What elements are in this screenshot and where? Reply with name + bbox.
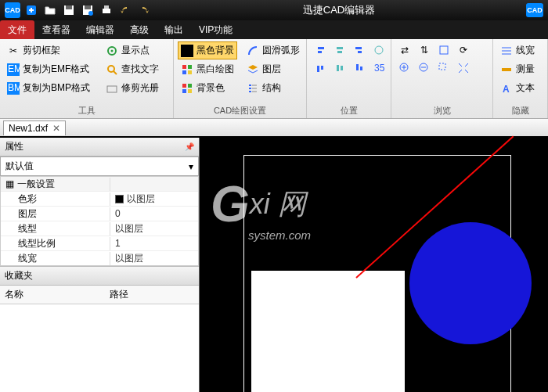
undo-icon[interactable] <box>117 2 133 18</box>
new-icon[interactable] <box>23 2 39 18</box>
align-center-h-button[interactable] <box>331 42 348 58</box>
layers-icon <box>247 63 259 76</box>
svg-rect-7 <box>104 5 109 9</box>
measure-button[interactable]: 测量 <box>498 61 543 77</box>
distribute-h-button[interactable] <box>370 42 388 58</box>
document-name: New1.dxf <box>9 123 48 134</box>
trim-button[interactable]: 修剪光册 <box>103 80 161 96</box>
document-tab[interactable]: New1.dxf ✕ <box>3 120 66 135</box>
pan-left-button[interactable]: ⇄ <box>396 42 413 58</box>
svg-point-14 <box>108 66 114 72</box>
bmp-icon: BMP <box>7 82 20 95</box>
circle-shape <box>409 222 532 344</box>
zoom-fit-button[interactable] <box>435 42 452 58</box>
zoom-out-button[interactable] <box>416 60 433 76</box>
search-icon <box>106 63 118 76</box>
align-right-icon <box>353 44 366 56</box>
bw-draw-button[interactable]: 黑白绘图 <box>178 61 236 77</box>
menu-output[interactable]: 输出 <box>157 20 191 39</box>
extents-icon <box>457 62 470 74</box>
refresh-icon: ⟳ <box>457 44 470 56</box>
align-right-button[interactable] <box>351 42 368 58</box>
arc-icon <box>247 45 259 57</box>
saveas-icon[interactable] <box>80 2 96 18</box>
bg-color-button[interactable]: 背景色 <box>178 80 236 96</box>
align-top-button[interactable] <box>312 60 329 76</box>
svg-rect-6 <box>103 9 110 13</box>
menu-advanced[interactable]: 高级 <box>122 20 157 39</box>
align-left-button[interactable] <box>312 42 329 58</box>
rotate-icon: 35° <box>373 62 385 74</box>
app-title: 迅捷CAD编辑器 <box>152 3 526 17</box>
svg-rect-23 <box>182 89 186 93</box>
pin-icon[interactable]: 📌 <box>185 142 194 151</box>
open-icon[interactable] <box>42 2 58 18</box>
align-center-h-icon <box>333 44 346 56</box>
pan-up-button[interactable]: ⇅ <box>416 42 433 58</box>
svg-text:EMF: EMF <box>8 63 20 74</box>
find-text-button[interactable]: 查找文字 <box>103 61 161 77</box>
svg-rect-4 <box>85 5 91 9</box>
drawing-canvas[interactable]: Gxi 网 system.com <box>200 138 548 392</box>
svg-rect-27 <box>249 91 251 92</box>
zoom-window-icon <box>438 62 450 74</box>
svg-text:BMP: BMP <box>8 82 20 93</box>
align-left-icon <box>314 44 326 56</box>
svg-text:A: A <box>503 84 510 95</box>
show-points-button[interactable]: 显示点 <box>103 42 161 59</box>
zoom-out-icon <box>418 62 431 74</box>
save-icon[interactable] <box>61 2 77 18</box>
rect-shape <box>251 271 405 392</box>
align-middle-icon <box>333 62 346 74</box>
copy-emf-button[interactable]: EMF复制为EMF格式 <box>5 61 92 77</box>
rotate-button[interactable]: 35° <box>370 60 388 76</box>
default-combo[interactable]: 默认值 ▾ <box>0 156 199 176</box>
fav-col-path: 路径 <box>110 288 128 301</box>
menu-editor[interactable]: 编辑器 <box>78 20 122 39</box>
panel-tools-label: 工具 <box>5 103 168 118</box>
cad-badge: CAD <box>526 3 543 17</box>
distribute-h-icon <box>373 44 385 56</box>
redo-icon[interactable] <box>136 2 152 18</box>
bw-icon <box>181 63 193 76</box>
svg-point-13 <box>111 49 114 52</box>
copy-bmp-button[interactable]: BMP复制为BMP格式 <box>5 80 92 96</box>
collapse-icon[interactable]: ▦ <box>5 178 14 189</box>
zoom-in-button[interactable] <box>396 60 413 76</box>
menu-viewer[interactable]: 查看器 <box>34 20 78 39</box>
svg-rect-17 <box>182 65 186 69</box>
prop-row[interactable]: 线型以图层 <box>1 221 198 236</box>
zoom-extents-button[interactable] <box>455 60 472 76</box>
align-middle-button[interactable] <box>331 60 348 76</box>
svg-rect-34 <box>502 68 511 71</box>
zoom-window-button[interactable] <box>435 60 452 76</box>
align-bottom-icon <box>353 62 366 74</box>
text-button[interactable]: A文本 <box>498 80 543 96</box>
close-tab-icon[interactable]: ✕ <box>52 123 60 134</box>
structure-icon <box>247 82 259 95</box>
prop-row[interactable]: 色彩以图层 <box>1 192 198 207</box>
fit-icon <box>438 44 450 56</box>
svg-point-28 <box>375 46 383 54</box>
print-icon[interactable] <box>99 2 114 18</box>
ruler-icon <box>500 63 513 76</box>
svg-rect-2 <box>66 5 72 9</box>
panel-draw-label: CAD绘图设置 <box>178 103 301 118</box>
prop-row[interactable]: 线宽以图层 <box>1 251 198 266</box>
lineweight-button[interactable]: 线宽 <box>498 42 543 59</box>
align-top-icon <box>314 62 326 74</box>
layer-button[interactable]: 图层 <box>244 61 302 77</box>
svg-rect-18 <box>188 65 192 69</box>
svg-rect-25 <box>249 85 251 86</box>
black-bg-button[interactable]: 黑色背景 <box>178 42 236 59</box>
prop-row[interactable]: 线型比例1 <box>1 236 198 251</box>
align-bottom-button[interactable] <box>351 60 368 76</box>
arrow-lr-icon: ⇄ <box>398 44 411 56</box>
smooth-arc-button[interactable]: 圆滑弧形 <box>244 42 302 59</box>
structure-button[interactable]: 结构 <box>244 80 302 96</box>
prop-row[interactable]: 图层0 <box>1 207 198 221</box>
menu-file[interactable]: 文件 <box>0 20 34 39</box>
clip-frame-button[interactable]: ✂剪切框架 <box>5 42 92 59</box>
menu-vip[interactable]: VIP功能 <box>191 20 240 39</box>
refresh-button[interactable]: ⟳ <box>455 42 472 58</box>
